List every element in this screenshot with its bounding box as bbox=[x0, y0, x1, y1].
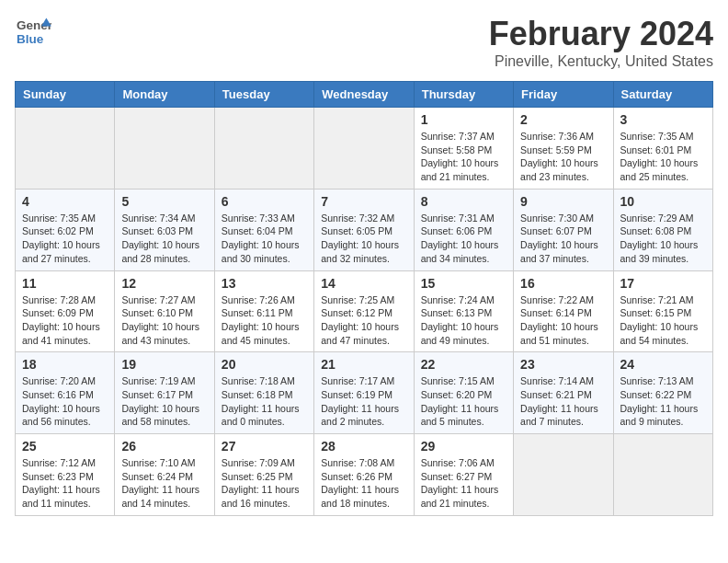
day-number: 24 bbox=[620, 357, 706, 372]
calendar-cell: 28Sunrise: 7:08 AM Sunset: 6:26 PM Dayli… bbox=[314, 434, 414, 516]
day-info: Sunrise: 7:20 AM Sunset: 6:16 PM Dayligh… bbox=[22, 374, 108, 429]
day-number: 21 bbox=[321, 357, 406, 372]
day-header-wednesday: Wednesday bbox=[314, 82, 414, 108]
day-number: 19 bbox=[121, 357, 207, 372]
calendar-cell: 2Sunrise: 7:36 AM Sunset: 5:59 PM Daylig… bbox=[514, 108, 613, 190]
day-number: 7 bbox=[321, 194, 406, 209]
day-info: Sunrise: 7:06 AM Sunset: 6:27 PM Dayligh… bbox=[421, 456, 506, 511]
calendar-cell: 16Sunrise: 7:22 AM Sunset: 6:14 PM Dayli… bbox=[514, 270, 613, 352]
calendar-cell: 7Sunrise: 7:32 AM Sunset: 6:05 PM Daylig… bbox=[314, 189, 414, 270]
calendar-cell bbox=[314, 108, 414, 190]
title-block: February 2024 Pineville, Kentucky, Unite… bbox=[489, 15, 713, 70]
calendar-cell: 27Sunrise: 7:09 AM Sunset: 6:25 PM Dayli… bbox=[214, 434, 313, 516]
calendar-cell: 23Sunrise: 7:14 AM Sunset: 6:21 PM Dayli… bbox=[514, 352, 613, 434]
day-info: Sunrise: 7:15 AM Sunset: 6:20 PM Dayligh… bbox=[421, 374, 506, 429]
calendar-cell bbox=[115, 108, 214, 190]
day-info: Sunrise: 7:18 AM Sunset: 6:18 PM Dayligh… bbox=[222, 374, 307, 429]
page-header: General Blue February 2024 Pineville, Ke… bbox=[15, 15, 713, 70]
week-row-2: 4Sunrise: 7:35 AM Sunset: 6:02 PM Daylig… bbox=[16, 189, 713, 270]
day-info: Sunrise: 7:27 AM Sunset: 6:10 PM Dayligh… bbox=[121, 293, 207, 348]
day-number: 11 bbox=[22, 276, 108, 291]
day-info: Sunrise: 7:37 AM Sunset: 5:58 PM Dayligh… bbox=[421, 130, 506, 184]
week-row-3: 11Sunrise: 7:28 AM Sunset: 6:09 PM Dayli… bbox=[16, 270, 713, 352]
day-number: 2 bbox=[520, 112, 606, 127]
day-info: Sunrise: 7:17 AM Sunset: 6:19 PM Dayligh… bbox=[321, 374, 406, 429]
day-info: Sunrise: 7:21 AM Sunset: 6:15 PM Dayligh… bbox=[620, 293, 706, 348]
calendar-cell: 19Sunrise: 7:19 AM Sunset: 6:17 PM Dayli… bbox=[115, 352, 214, 434]
calendar-cell: 8Sunrise: 7:31 AM Sunset: 6:06 PM Daylig… bbox=[414, 189, 513, 270]
day-info: Sunrise: 7:25 AM Sunset: 6:12 PM Dayligh… bbox=[321, 293, 406, 348]
day-number: 10 bbox=[620, 194, 706, 209]
day-number: 27 bbox=[222, 439, 307, 454]
day-header-saturday: Saturday bbox=[613, 82, 712, 108]
day-info: Sunrise: 7:36 AM Sunset: 5:59 PM Dayligh… bbox=[520, 130, 606, 184]
day-info: Sunrise: 7:30 AM Sunset: 6:07 PM Dayligh… bbox=[520, 212, 606, 266]
svg-text:Blue: Blue bbox=[17, 32, 44, 46]
week-row-1: 1Sunrise: 7:37 AM Sunset: 5:58 PM Daylig… bbox=[16, 108, 713, 190]
calendar-cell: 11Sunrise: 7:28 AM Sunset: 6:09 PM Dayli… bbox=[16, 270, 115, 352]
day-number: 15 bbox=[421, 276, 506, 291]
calendar-cell: 14Sunrise: 7:25 AM Sunset: 6:12 PM Dayli… bbox=[314, 270, 414, 352]
day-info: Sunrise: 7:09 AM Sunset: 6:25 PM Dayligh… bbox=[222, 456, 307, 511]
day-number: 20 bbox=[222, 357, 307, 372]
calendar-cell: 20Sunrise: 7:18 AM Sunset: 6:18 PM Dayli… bbox=[214, 352, 313, 434]
day-info: Sunrise: 7:13 AM Sunset: 6:22 PM Dayligh… bbox=[620, 374, 706, 429]
day-number: 23 bbox=[520, 357, 606, 372]
day-info: Sunrise: 7:29 AM Sunset: 6:08 PM Dayligh… bbox=[620, 212, 706, 266]
day-number: 8 bbox=[421, 194, 506, 209]
calendar-cell: 4Sunrise: 7:35 AM Sunset: 6:02 PM Daylig… bbox=[16, 189, 115, 270]
logo-icon: General Blue bbox=[15, 15, 51, 48]
calendar-cell: 24Sunrise: 7:13 AM Sunset: 6:22 PM Dayli… bbox=[613, 352, 712, 434]
day-number: 28 bbox=[321, 439, 406, 454]
calendar-cell: 18Sunrise: 7:20 AM Sunset: 6:16 PM Dayli… bbox=[16, 352, 115, 434]
calendar-cell: 12Sunrise: 7:27 AM Sunset: 6:10 PM Dayli… bbox=[115, 270, 214, 352]
calendar-body: 1Sunrise: 7:37 AM Sunset: 5:58 PM Daylig… bbox=[16, 108, 713, 516]
day-number: 4 bbox=[22, 194, 108, 209]
calendar-cell: 25Sunrise: 7:12 AM Sunset: 6:23 PM Dayli… bbox=[16, 434, 115, 516]
day-info: Sunrise: 7:19 AM Sunset: 6:17 PM Dayligh… bbox=[121, 374, 207, 429]
day-number: 25 bbox=[22, 439, 108, 454]
day-info: Sunrise: 7:26 AM Sunset: 6:11 PM Dayligh… bbox=[222, 293, 307, 348]
day-info: Sunrise: 7:24 AM Sunset: 6:13 PM Dayligh… bbox=[421, 293, 506, 348]
day-info: Sunrise: 7:33 AM Sunset: 6:04 PM Dayligh… bbox=[222, 212, 307, 266]
day-header-sunday: Sunday bbox=[16, 82, 115, 108]
calendar-cell: 9Sunrise: 7:30 AM Sunset: 6:07 PM Daylig… bbox=[514, 189, 613, 270]
day-number: 13 bbox=[222, 276, 307, 291]
day-number: 16 bbox=[520, 276, 606, 291]
day-header-monday: Monday bbox=[115, 82, 214, 108]
calendar-cell: 17Sunrise: 7:21 AM Sunset: 6:15 PM Dayli… bbox=[613, 270, 712, 352]
calendar-cell bbox=[16, 108, 115, 190]
calendar-cell: 26Sunrise: 7:10 AM Sunset: 6:24 PM Dayli… bbox=[115, 434, 214, 516]
day-number: 6 bbox=[222, 194, 307, 209]
calendar-title: February 2024 bbox=[489, 15, 713, 53]
day-info: Sunrise: 7:35 AM Sunset: 6:02 PM Dayligh… bbox=[22, 212, 108, 266]
calendar-cell bbox=[214, 108, 313, 190]
day-number: 1 bbox=[421, 112, 506, 127]
calendar-cell: 3Sunrise: 7:35 AM Sunset: 6:01 PM Daylig… bbox=[613, 108, 712, 190]
calendar-cell: 5Sunrise: 7:34 AM Sunset: 6:03 PM Daylig… bbox=[115, 189, 214, 270]
day-number: 26 bbox=[121, 439, 207, 454]
day-number: 22 bbox=[421, 357, 506, 372]
day-header-thursday: Thursday bbox=[414, 82, 513, 108]
calendar-table: SundayMondayTuesdayWednesdayThursdayFrid… bbox=[15, 81, 713, 516]
logo: General Blue bbox=[15, 15, 55, 48]
day-info: Sunrise: 7:14 AM Sunset: 6:21 PM Dayligh… bbox=[520, 374, 606, 429]
calendar-cell: 13Sunrise: 7:26 AM Sunset: 6:11 PM Dayli… bbox=[214, 270, 313, 352]
day-info: Sunrise: 7:31 AM Sunset: 6:06 PM Dayligh… bbox=[421, 212, 506, 266]
calendar-cell bbox=[613, 434, 712, 516]
day-number: 29 bbox=[421, 439, 506, 454]
calendar-cell: 6Sunrise: 7:33 AM Sunset: 6:04 PM Daylig… bbox=[214, 189, 313, 270]
day-number: 3 bbox=[620, 112, 706, 127]
day-number: 17 bbox=[620, 276, 706, 291]
day-info: Sunrise: 7:34 AM Sunset: 6:03 PM Dayligh… bbox=[121, 212, 207, 266]
day-info: Sunrise: 7:12 AM Sunset: 6:23 PM Dayligh… bbox=[22, 456, 108, 511]
calendar-cell: 21Sunrise: 7:17 AM Sunset: 6:19 PM Dayli… bbox=[314, 352, 414, 434]
calendar-cell: 22Sunrise: 7:15 AM Sunset: 6:20 PM Dayli… bbox=[414, 352, 513, 434]
week-row-5: 25Sunrise: 7:12 AM Sunset: 6:23 PM Dayli… bbox=[16, 434, 713, 516]
day-info: Sunrise: 7:10 AM Sunset: 6:24 PM Dayligh… bbox=[121, 456, 207, 511]
day-number: 5 bbox=[121, 194, 207, 209]
day-info: Sunrise: 7:28 AM Sunset: 6:09 PM Dayligh… bbox=[22, 293, 108, 348]
day-number: 18 bbox=[22, 357, 108, 372]
calendar-cell: 15Sunrise: 7:24 AM Sunset: 6:13 PM Dayli… bbox=[414, 270, 513, 352]
calendar-cell: 10Sunrise: 7:29 AM Sunset: 6:08 PM Dayli… bbox=[613, 189, 712, 270]
